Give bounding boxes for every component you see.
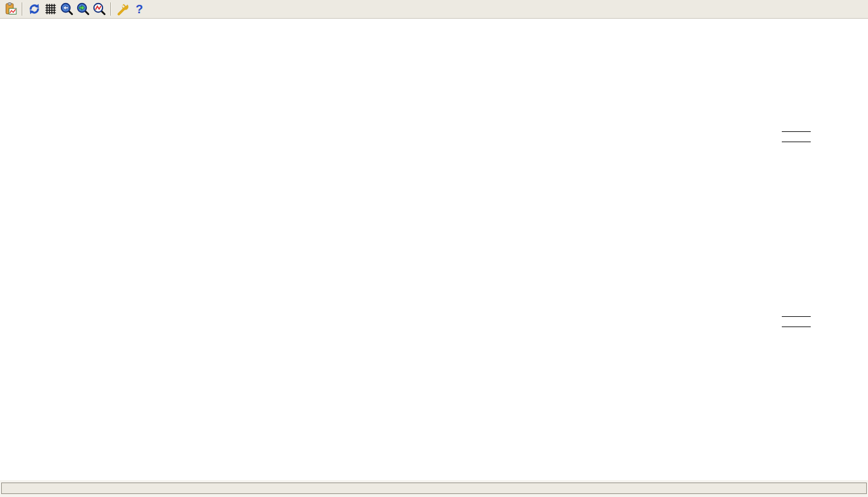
grid-button[interactable] — [42, 1, 58, 17]
configure-button[interactable] — [115, 1, 131, 17]
legend-entry — [776, 137, 811, 147]
autoscale-button[interactable] — [91, 1, 107, 17]
help-button[interactable]: ? — [131, 1, 147, 17]
refresh-icon — [27, 2, 42, 16]
zoom-previous-button[interactable] — [58, 1, 75, 17]
legend-entry — [776, 311, 811, 322]
toolbar-separator — [110, 2, 112, 16]
toolbar-separator — [22, 2, 23, 16]
zoom-next-button[interactable] — [75, 1, 91, 17]
legend-entry — [776, 322, 811, 332]
help-icon: ? — [132, 2, 146, 16]
copy-to-clipboard-button[interactable] — [2, 1, 19, 17]
replot-button[interactable] — [26, 1, 42, 17]
legend-line-swatch — [782, 316, 811, 317]
legend-entry — [776, 127, 811, 137]
legend-line-swatch — [782, 142, 811, 142]
zoom-previous-icon — [60, 2, 74, 16]
zoom-autoscale-icon — [92, 2, 107, 16]
plot-canvas[interactable] — [0, 19, 868, 480]
legend-line-swatch — [782, 131, 811, 132]
grid-icon — [43, 2, 58, 16]
clipboard-chart-icon — [4, 2, 18, 16]
svg-text:?: ? — [135, 2, 142, 16]
legend-echo — [776, 127, 811, 147]
zoom-next-icon — [76, 2, 90, 16]
status-bar — [1, 483, 867, 494]
legend-correlation — [776, 311, 811, 332]
toolbar: ? — [0, 0, 868, 19]
wrench-icon — [116, 2, 130, 16]
legend-line-swatch — [782, 327, 811, 327]
